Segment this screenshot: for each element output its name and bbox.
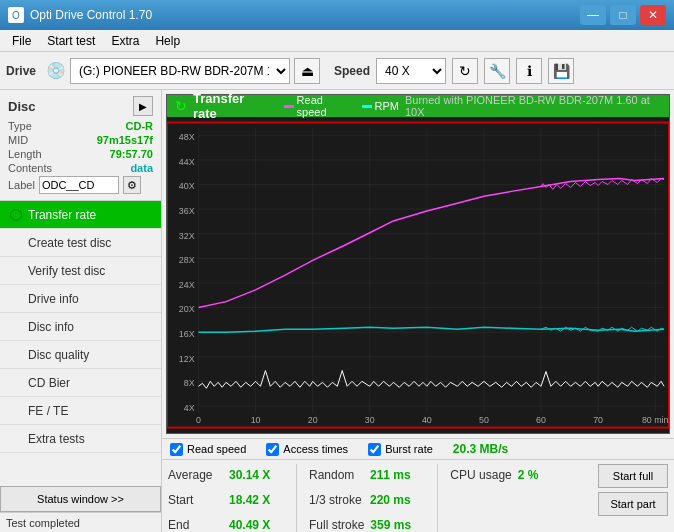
stat-end-key: End — [168, 518, 223, 532]
burned-info: Burned with PIONEER BD-RW BDR-207M 1.60 … — [405, 94, 661, 118]
disc-contents-key: Contents — [8, 162, 52, 174]
legend-read-speed: Read speed — [284, 94, 351, 118]
nav-label-transfer-rate: Transfer rate — [28, 208, 96, 222]
svg-text:28X: 28X — [179, 255, 195, 265]
window-controls: — □ ✕ — [580, 5, 666, 25]
legend-read-dot — [284, 105, 293, 108]
minimize-button[interactable]: — — [580, 5, 606, 25]
main-layout: Disc ▶ Type CD-R MID 97m15s17f Length 79… — [0, 90, 674, 532]
disc-label-input[interactable] — [39, 176, 119, 194]
chart-header: ↻ Transfer rate Read speed RPM Burned wi… — [167, 95, 669, 117]
menu-file[interactable]: File — [4, 32, 39, 50]
svg-text:48X: 48X — [179, 132, 195, 142]
nav-label-cd-bier: CD Bier — [28, 376, 70, 390]
svg-text:4X: 4X — [184, 403, 195, 413]
speed-select[interactable]: 40 X — [376, 58, 446, 84]
nav-icon-fe-te — [10, 405, 22, 417]
stat-fullstroke-val: 359 ms — [370, 518, 425, 532]
svg-text:80 min: 80 min — [642, 415, 669, 425]
checkbox-access-times-input[interactable] — [266, 443, 279, 456]
checkbox-read-speed-input[interactable] — [170, 443, 183, 456]
label-gear-button[interactable]: ⚙ — [123, 176, 141, 194]
disc-arrow-button[interactable]: ▶ — [133, 96, 153, 116]
stat-avg-key: Average — [168, 468, 223, 482]
nav-label-quality: Disc quality — [28, 348, 89, 362]
svg-text:0: 0 — [196, 415, 201, 425]
drive-label: Drive — [6, 64, 36, 78]
disc-length-key: Length — [8, 148, 42, 160]
maximize-button[interactable]: □ — [610, 5, 636, 25]
chart-legend: Read speed RPM — [284, 94, 399, 118]
nav-dot-transfer-rate — [10, 209, 22, 221]
status-window-button[interactable]: Status window >> — [0, 486, 161, 512]
menu-help[interactable]: Help — [147, 32, 188, 50]
checkbox-burst-rate-input[interactable] — [368, 443, 381, 456]
burst-rate-value: 20.3 MB/s — [453, 442, 508, 456]
nav-label-disc-info: Disc info — [28, 320, 74, 334]
nav-cd-bier[interactable]: CD Bier — [0, 369, 161, 397]
stat-random-val: 211 ms — [370, 468, 425, 482]
checkbox-read-speed-label: Read speed — [187, 443, 246, 455]
nav-drive-info[interactable]: Drive info — [0, 285, 161, 313]
stat-fullstroke-key: Full stroke — [309, 518, 364, 532]
stats-row: Average 30.14 X Start 18.42 X End 40.49 … — [162, 459, 674, 532]
nav-icon-disc-info — [10, 321, 22, 333]
nav-icon-create — [10, 237, 22, 249]
refresh-button[interactable]: ↻ — [452, 58, 478, 84]
close-button[interactable]: ✕ — [640, 5, 666, 25]
info-button[interactable]: ℹ — [516, 58, 542, 84]
checkbox-access-times-label: Access times — [283, 443, 348, 455]
legend-rpm: RPM — [362, 100, 399, 112]
nav-icon-quality — [10, 349, 22, 361]
stat-cpu-key: CPU usage — [450, 468, 511, 482]
chart-svg: 48X 44X 40X 36X 32X 28X 24X 20X 16X 12X … — [167, 121, 669, 429]
menu-start-test[interactable]: Start test — [39, 32, 103, 50]
svg-text:20: 20 — [308, 415, 318, 425]
nav-extra-tests[interactable]: Extra tests — [0, 425, 161, 453]
start-full-button[interactable]: Start full — [598, 464, 668, 488]
nav-transfer-rate[interactable]: Transfer rate — [0, 201, 161, 229]
nav-create-test-disc[interactable]: Create test disc — [0, 229, 161, 257]
svg-text:36X: 36X — [179, 206, 195, 216]
checkbox-burst-rate[interactable]: Burst rate — [368, 443, 433, 456]
save-button[interactable]: 💾 — [548, 58, 574, 84]
menu-extra[interactable]: Extra — [103, 32, 147, 50]
checkbox-access-times[interactable]: Access times — [266, 443, 348, 456]
stat-random-key: Random — [309, 468, 364, 482]
settings-button[interactable]: 🔧 — [484, 58, 510, 84]
disc-mid-val: 97m15s17f — [97, 134, 153, 146]
toolbar: Drive 💿 (G:) PIONEER BD-RW BDR-207M 1.60… — [0, 52, 674, 90]
svg-text:8X: 8X — [184, 378, 195, 388]
stat-cpu-val: 2 % — [518, 468, 573, 482]
nav-disc-quality[interactable]: Disc quality — [0, 341, 161, 369]
nav-label-extra: Extra tests — [28, 432, 85, 446]
nav-disc-info[interactable]: Disc info — [0, 313, 161, 341]
nav-icon-extra — [10, 433, 22, 445]
disc-panel: Disc ▶ Type CD-R MID 97m15s17f Length 79… — [0, 90, 161, 201]
stat-avg-val: 30.14 X — [229, 468, 284, 482]
drive-select[interactable]: (G:) PIONEER BD-RW BDR-207M 1.60 — [70, 58, 290, 84]
chart-icon: ↻ — [175, 98, 187, 114]
legend-rpm-dot — [362, 105, 372, 108]
svg-text:44X: 44X — [179, 157, 195, 167]
nav-label-drive: Drive info — [28, 292, 79, 306]
legend-rpm-label: RPM — [375, 100, 399, 112]
nav-label-fe-te: FE / TE — [28, 404, 68, 418]
svg-text:60: 60 — [536, 415, 546, 425]
svg-text:40: 40 — [422, 415, 432, 425]
nav-icon-verify — [10, 265, 22, 277]
svg-rect-0 — [167, 122, 669, 427]
svg-text:12X: 12X — [179, 354, 195, 364]
checkbox-read-speed[interactable]: Read speed — [170, 443, 246, 456]
nav-verify-test-disc[interactable]: Verify test disc — [0, 257, 161, 285]
nav-icon-drive — [10, 293, 22, 305]
nav-fe-te[interactable]: FE / TE — [0, 397, 161, 425]
legend-read-label: Read speed — [297, 94, 352, 118]
disc-label-key: Label — [8, 179, 35, 191]
app-title: Opti Drive Control 1.70 — [30, 8, 152, 22]
eject-button[interactable]: ⏏ — [294, 58, 320, 84]
disc-mid-key: MID — [8, 134, 28, 146]
disc-type-val: CD-R — [126, 120, 154, 132]
start-part-button[interactable]: Start part — [598, 492, 668, 516]
svg-text:40X: 40X — [179, 181, 195, 191]
